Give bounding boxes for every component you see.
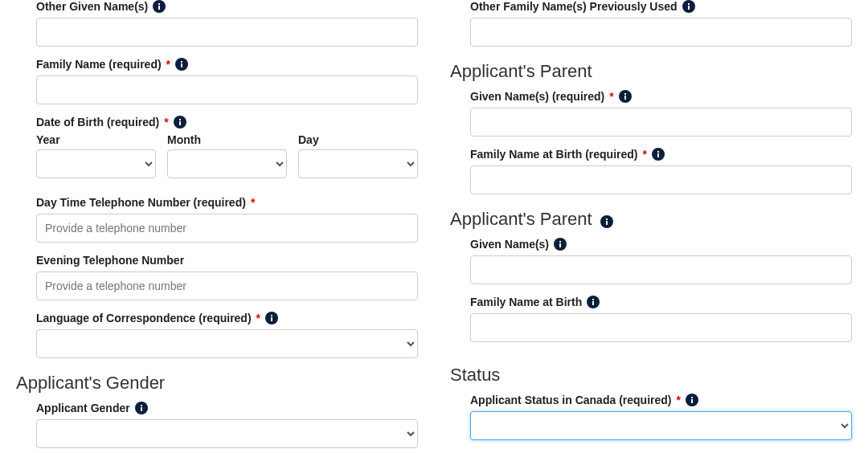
info-icon[interactable] <box>554 238 567 251</box>
info-icon[interactable] <box>587 296 600 308</box>
evening-phone-field[interactable] <box>36 271 418 300</box>
svg-rect-22 <box>657 153 659 157</box>
year-label: Year <box>36 133 156 146</box>
year-select[interactable] <box>36 149 156 178</box>
parent1-family-field[interactable] <box>470 165 852 194</box>
svg-rect-8 <box>179 119 181 120</box>
svg-rect-28 <box>559 243 561 247</box>
svg-rect-7 <box>179 121 181 125</box>
status-group: Applicant Status in Canada (required) * <box>470 394 852 440</box>
svg-rect-26 <box>606 218 608 220</box>
day-phone-group: Day Time Telephone Number (required) * <box>36 196 418 243</box>
info-icon[interactable] <box>153 0 166 13</box>
gender-section-title: Applicant's Gender <box>16 373 418 394</box>
gender-select[interactable] <box>36 419 418 448</box>
svg-rect-2 <box>158 3 160 5</box>
month-select[interactable] <box>167 149 287 178</box>
svg-rect-35 <box>691 397 693 398</box>
info-icon[interactable] <box>175 58 188 71</box>
day-select[interactable] <box>298 149 418 178</box>
other-given-names-field[interactable] <box>36 18 418 47</box>
parent2-given-group: Given Name(s) <box>470 238 852 284</box>
language-group: Language of Correspondence (required) * <box>36 312 418 358</box>
required-asterisk: * <box>676 394 680 406</box>
svg-rect-17 <box>688 3 690 5</box>
parent2-family-field[interactable] <box>470 313 852 342</box>
day-label: Day <box>298 133 418 146</box>
other-given-names-label: Other Given Name(s) <box>36 0 148 13</box>
parent1-section-title: Applicant's Parent <box>450 61 852 82</box>
parent2-section-text: Applicant's Parent <box>450 209 592 229</box>
day-phone-label: Day Time Telephone Number (required) <box>36 196 246 209</box>
family-name-label: Family Name (required) <box>36 58 162 71</box>
svg-rect-4 <box>181 63 182 67</box>
info-icon[interactable] <box>686 394 698 406</box>
parent1-family-group: Family Name at Birth (required) * <box>470 148 852 194</box>
status-section-title: Status <box>450 365 852 386</box>
gender-group: Applicant Gender <box>36 402 418 448</box>
parent2-given-field[interactable] <box>470 255 852 284</box>
dob-group: Date of Birth (required) * Year Month <box>36 116 418 178</box>
parent1-given-group: Given Name(s) (required) * <box>470 90 852 137</box>
family-name-field[interactable] <box>36 76 418 104</box>
svg-rect-32 <box>592 299 594 300</box>
info-icon[interactable] <box>652 148 665 161</box>
parent1-given-field[interactable] <box>470 108 852 137</box>
dob-label: Date of Birth (required) <box>36 116 159 129</box>
info-icon[interactable] <box>135 402 148 414</box>
required-asterisk: * <box>166 58 170 71</box>
info-icon[interactable] <box>265 312 278 324</box>
svg-rect-29 <box>559 241 561 243</box>
parent2-section-title: Applicant's Parent <box>450 209 852 230</box>
svg-rect-23 <box>657 151 659 153</box>
info-icon[interactable] <box>619 90 632 103</box>
svg-rect-31 <box>592 301 594 305</box>
other-family-names-group: Other Family Name(s) Previously Used <box>470 0 852 47</box>
language-select[interactable] <box>36 329 418 358</box>
info-icon[interactable] <box>682 0 695 13</box>
svg-rect-13 <box>141 407 142 411</box>
info-icon[interactable] <box>174 116 186 129</box>
svg-rect-20 <box>624 93 626 95</box>
svg-rect-11 <box>271 315 272 316</box>
status-select[interactable] <box>470 411 852 440</box>
status-label: Applicant Status in Canada (required) <box>470 394 671 406</box>
evening-phone-group: Evening Telephone Number <box>36 254 418 300</box>
evening-phone-label: Evening Telephone Number <box>36 254 184 267</box>
parent1-family-label: Family Name at Birth (required) <box>470 148 638 161</box>
parent2-given-label: Given Name(s) <box>470 238 549 251</box>
svg-rect-25 <box>606 221 608 225</box>
svg-rect-19 <box>624 96 626 100</box>
language-label: Language of Correspondence (required) <box>36 312 252 324</box>
other-family-names-field[interactable] <box>470 18 852 47</box>
required-asterisk: * <box>256 312 260 324</box>
svg-rect-16 <box>688 6 690 10</box>
required-asterisk: * <box>251 196 255 209</box>
family-name-group: Family Name (required) * <box>36 58 418 104</box>
svg-rect-34 <box>691 399 693 403</box>
month-label: Month <box>167 133 287 146</box>
required-asterisk: * <box>164 116 168 129</box>
day-phone-field[interactable] <box>36 214 418 243</box>
svg-rect-1 <box>158 6 160 10</box>
other-family-names-label: Other Family Name(s) Previously Used <box>470 0 678 13</box>
parent2-family-label: Family Name at Birth <box>470 296 582 308</box>
gender-label: Applicant Gender <box>36 402 130 414</box>
required-asterisk: * <box>609 90 613 103</box>
parent1-given-label: Given Name(s) (required) <box>470 90 604 103</box>
svg-rect-5 <box>181 61 182 63</box>
other-given-names-group: Other Given Name(s) <box>36 0 418 47</box>
info-icon[interactable] <box>600 215 613 228</box>
svg-rect-14 <box>141 405 142 406</box>
svg-rect-10 <box>271 317 272 321</box>
required-asterisk: * <box>643 148 647 161</box>
parent2-family-group: Family Name at Birth <box>470 296 852 342</box>
